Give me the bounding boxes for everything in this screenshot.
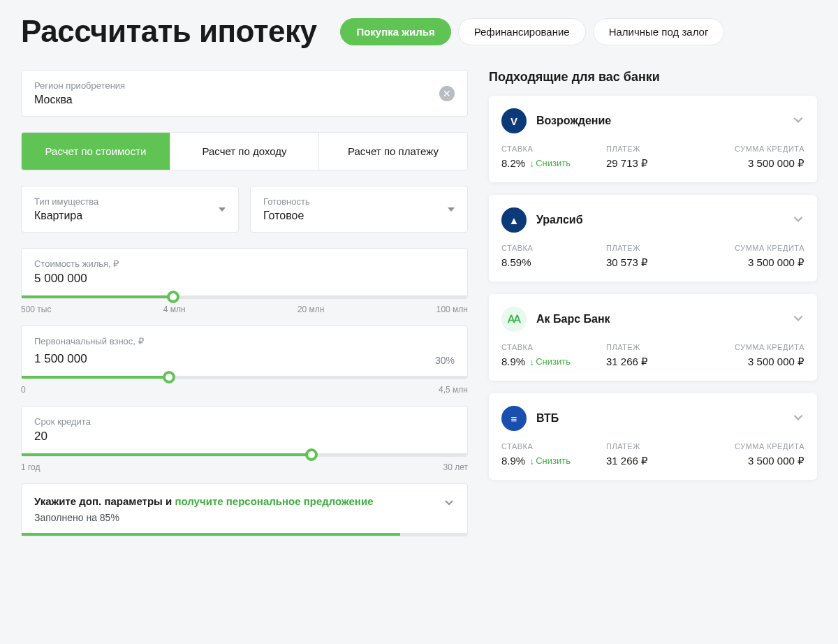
- tick: 4 млн: [163, 305, 186, 314]
- readiness-select[interactable]: Готовность Готовое: [250, 186, 468, 233]
- readiness-value: Готовое: [263, 210, 310, 222]
- price-label: Стоимость жилья, ₽: [34, 258, 455, 269]
- slider-thumb[interactable]: [163, 371, 175, 383]
- down-ticks: 04,5 млн: [21, 385, 468, 395]
- calc-tab-0[interactable]: Расчет по стоимости: [22, 133, 170, 170]
- page-title: Рассчитать ипотеку: [21, 14, 316, 49]
- pill-1[interactable]: Рефинансирование: [458, 18, 586, 45]
- bank-logo: ▲: [501, 207, 527, 233]
- pill-0[interactable]: Покупка жилья: [340, 18, 450, 45]
- lower-link[interactable]: ↓Снизить: [529, 158, 571, 169]
- tick: 4,5 млн: [439, 385, 468, 395]
- stat-label-rate: СТАВКА: [501, 145, 595, 153]
- property-type-select[interactable]: Тип имущества Квартира: [21, 186, 239, 233]
- bank-logo: ≡: [501, 406, 527, 431]
- tick: 30 лет: [443, 462, 468, 472]
- stat-rate: 8.2% ↓Снизить: [501, 157, 595, 169]
- chevron-down-icon[interactable]: [792, 212, 804, 228]
- bank-card: Ꜳ Ак Барс Банк СТАВКА 8.9% ↓Снизить ПЛАТ…: [489, 294, 817, 381]
- stat-label-payment: ПЛАТЕЖ: [606, 442, 700, 451]
- chevron-down-icon[interactable]: [792, 113, 804, 129]
- down-label: Первоначальный взнос, ₽: [34, 336, 455, 346]
- stat-sum: 3 500 000 ₽: [711, 455, 804, 467]
- bank-card: V Возрождение СТАВКА 8.2% ↓Снизить ПЛАТЕ…: [489, 96, 817, 182]
- term-slider[interactable]: Срок кредита 20: [21, 406, 468, 457]
- stat-sum: 3 500 000 ₽: [711, 356, 804, 368]
- extra-title-2: получите персональное предложение: [175, 495, 373, 507]
- bank-name[interactable]: Возрождение: [536, 115, 782, 127]
- tick: 100 млн: [436, 305, 468, 314]
- chevron-down-icon[interactable]: [792, 312, 804, 327]
- price-value: 5 000 000: [34, 272, 455, 286]
- stat-rate: 8.59%: [501, 256, 595, 268]
- extra-sub: Заполнено на 85%: [34, 512, 455, 523]
- extra-title-1: Укажите доп. параметры и: [34, 495, 175, 507]
- term-label: Срок кредита: [34, 416, 455, 427]
- stat-label-rate: СТАВКА: [501, 343, 595, 351]
- stat-rate: 8.9% ↓Снизить: [501, 455, 595, 467]
- property-type-value: Квартира: [34, 210, 98, 222]
- stat-payment: 31 266 ₽: [606, 356, 700, 368]
- stat-label-rate: СТАВКА: [501, 244, 595, 252]
- bank-card: ≡ ВТБ СТАВКА 8.9% ↓Снизить ПЛАТЕЖ 31 266…: [489, 393, 817, 480]
- price-slider[interactable]: Стоимость жилья, ₽ 5 000 000: [21, 248, 468, 299]
- stat-sum: 3 500 000 ₽: [711, 256, 804, 269]
- bank-name[interactable]: ВТБ: [536, 412, 782, 425]
- down-value: 1 500 000: [34, 352, 87, 366]
- stat-label-sum: СУММА КРЕДИТА: [711, 244, 804, 252]
- stat-payment: 31 266 ₽: [606, 455, 700, 467]
- tick: 0: [21, 385, 26, 395]
- clear-icon[interactable]: ✕: [439, 86, 455, 101]
- stat-label-payment: ПЛАТЕЖ: [606, 343, 700, 351]
- stat-label-sum: СУММА КРЕДИТА: [711, 442, 804, 451]
- down-slider[interactable]: Первоначальный взнос, ₽ 1 500 000 30%: [21, 325, 468, 379]
- stat-label-rate: СТАВКА: [501, 442, 595, 451]
- price-ticks: 500 тыс4 млн20 млн100 млн: [21, 305, 468, 314]
- purpose-pills: Покупка жильяРефинансированиеНаличные по…: [340, 18, 724, 45]
- pill-2[interactable]: Наличные под залог: [593, 18, 725, 45]
- stat-label-payment: ПЛАТЕЖ: [606, 244, 700, 252]
- extra-params-card[interactable]: Укажите доп. параметры и получите персон…: [21, 483, 468, 536]
- region-value: Москва: [34, 94, 125, 106]
- stat-label-sum: СУММА КРЕДИТА: [711, 145, 804, 153]
- bank-logo: V: [501, 108, 527, 133]
- bank-logo: Ꜳ: [501, 307, 527, 332]
- stat-sum: 3 500 000 ₽: [711, 157, 804, 170]
- caret-down-icon: [448, 207, 455, 212]
- stat-label-sum: СУММА КРЕДИТА: [711, 343, 804, 351]
- bank-card: ▲ Уралсиб СТАВКА 8.59% ПЛАТЕЖ 30 573 ₽ С…: [489, 195, 817, 281]
- chevron-down-icon[interactable]: [443, 497, 455, 511]
- bank-name[interactable]: Уралсиб: [536, 214, 782, 226]
- tick: 20 млн: [297, 305, 325, 314]
- lower-link[interactable]: ↓Снизить: [529, 455, 571, 467]
- readiness-label: Готовность: [263, 196, 310, 207]
- region-label: Регион приобретения: [34, 80, 125, 91]
- lower-link[interactable]: ↓Снизить: [529, 356, 571, 367]
- tick: 1 год: [21, 462, 41, 472]
- stat-label-payment: ПЛАТЕЖ: [606, 145, 700, 153]
- slider-thumb[interactable]: [167, 291, 179, 303]
- property-type-label: Тип имущества: [34, 196, 98, 207]
- calc-tabs: Расчет по стоимостиРасчет по доходуРасче…: [21, 132, 468, 170]
- stat-payment: 29 713 ₽: [606, 157, 700, 170]
- term-value: 20: [34, 430, 455, 444]
- caret-down-icon: [219, 207, 226, 212]
- bank-name[interactable]: Ак Барс Банк: [536, 313, 782, 325]
- term-ticks: 1 год30 лет: [21, 462, 468, 472]
- region-field[interactable]: Регион приобретения Москва ✕: [21, 70, 468, 117]
- tick: 500 тыс: [21, 305, 51, 314]
- down-pct: 30%: [435, 355, 455, 366]
- calc-tab-1[interactable]: Расчет по доходу: [170, 133, 319, 170]
- banks-title: Подходящие для вас банки: [489, 70, 817, 85]
- chevron-down-icon[interactable]: [792, 411, 804, 426]
- calc-tab-2[interactable]: Расчет по платежу: [319, 133, 467, 170]
- stat-payment: 30 573 ₽: [606, 256, 700, 269]
- stat-rate: 8.9% ↓Снизить: [501, 356, 595, 367]
- slider-thumb[interactable]: [305, 448, 318, 461]
